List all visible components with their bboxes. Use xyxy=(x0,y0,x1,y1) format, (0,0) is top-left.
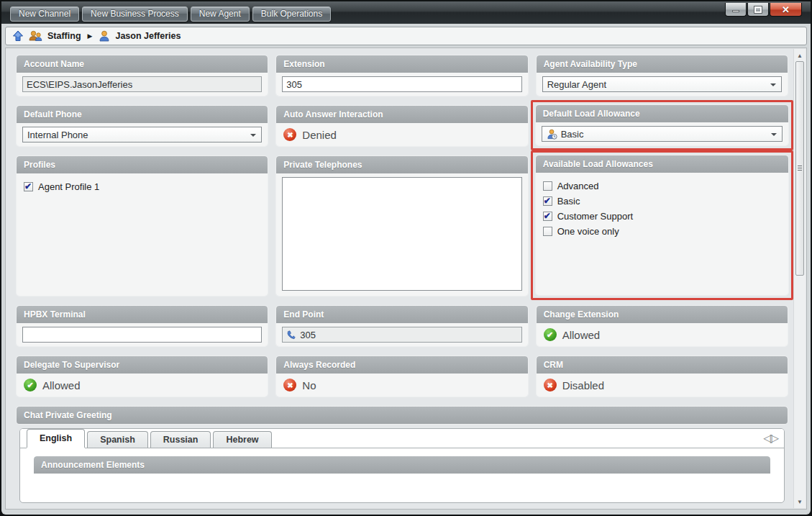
panel-default-phone: Default Phone Internal Phone xyxy=(17,106,268,146)
panel-title: Default Phone xyxy=(17,106,268,123)
panel-title: End Point xyxy=(276,306,527,323)
denied-icon xyxy=(283,128,296,141)
checkbox-label: Customer Support xyxy=(557,211,634,222)
end-point-input[interactable]: 305 xyxy=(282,327,521,343)
breadcrumb: Staffing ▶ Jason Jefferies xyxy=(5,27,807,45)
chat-private-greeting-section: Chat Private Greeting English Spanish Ru… xyxy=(17,407,788,503)
scroll-down-icon[interactable]: ▼ xyxy=(794,497,806,507)
panel-default-load-allowance: Default Load Allowance xyxy=(536,105,788,145)
end-point-value: 305 xyxy=(300,330,316,340)
maximize-button[interactable] xyxy=(747,3,769,17)
form-scroll-area: Account Name ECS\EIPS.JasonJefferies Ext… xyxy=(5,47,807,510)
allowed-icon xyxy=(24,379,37,391)
title-bar: New Channel New Business Process New Age… xyxy=(1,1,811,24)
close-button[interactable]: ✕ xyxy=(770,3,802,17)
scroll-up-icon[interactable]: ▲ xyxy=(794,50,806,60)
home-up-icon[interactable] xyxy=(12,30,24,42)
panel-title: Change Extension xyxy=(537,306,788,323)
minimize-icon xyxy=(732,10,739,12)
private-telephones-textarea[interactable] xyxy=(282,177,521,291)
panel-end-point: End Point 305 xyxy=(276,306,527,346)
breadcrumb-separator-icon: ▶ xyxy=(86,32,94,40)
change-extension-status: Allowed xyxy=(562,329,601,341)
breadcrumb-item-agent[interactable]: Jason Jefferies xyxy=(115,31,181,41)
auto-answer-status: Denied xyxy=(302,129,337,141)
window-controls: ✕ xyxy=(724,3,802,17)
allowance-checkbox-row: One voice only xyxy=(543,226,781,237)
panel-title: Auto Answer Interaction xyxy=(276,106,527,123)
crm-status: Disabled xyxy=(562,379,604,391)
panel-profiles: Profiles Agent Profile 1 xyxy=(17,156,268,296)
panel-title: Agent Availability Type xyxy=(537,55,788,73)
default-phone-select[interactable]: Internal Phone xyxy=(22,127,262,142)
app-window: New Channel New Business Process New Age… xyxy=(0,0,812,516)
panel-extension: Extension 305 xyxy=(276,55,527,96)
tab-spanish[interactable]: Spanish xyxy=(87,431,148,448)
disabled-icon xyxy=(544,379,557,391)
chevron-down-icon xyxy=(250,134,256,137)
allowance-checkbox-row: Basic xyxy=(543,196,781,207)
panel-announcement-elements: Announcement Elements xyxy=(34,456,770,498)
panel-title: Delegate To Supervisor xyxy=(17,356,268,374)
allowance-checkbox-row: Advanced xyxy=(543,181,781,191)
new-channel-button[interactable]: New Channel xyxy=(10,6,79,22)
panel-change-extension: Change Extension Allowed xyxy=(537,306,788,346)
panel-agent-availability-type: Agent Availability Type Regular Agent xyxy=(537,55,788,96)
tab-hebrew[interactable]: Hebrew xyxy=(213,431,271,448)
panel-title: Default Load Allowance xyxy=(536,105,788,122)
chevron-down-icon xyxy=(770,83,776,86)
window-frame: Staffing ▶ Jason Jefferies Account Name … xyxy=(1,24,811,515)
one-voice-only-checkbox[interactable] xyxy=(543,227,552,236)
greeting-tab-content: Announcement Elements xyxy=(20,448,784,498)
selected-value: Regular Agent xyxy=(547,79,606,90)
red-highlight-default-load-allowance: Default Load Allowance xyxy=(531,100,793,150)
highlight-cell: Default Load Allowance xyxy=(537,106,788,146)
new-agent-button[interactable]: New Agent xyxy=(191,6,250,22)
allowed-icon xyxy=(544,328,557,341)
customer-support-checkbox[interactable] xyxy=(543,212,552,221)
profile-checkbox-row: Agent Profile 1 xyxy=(24,181,260,192)
panel-title: Available Load Allowances xyxy=(536,155,788,173)
extension-input[interactable]: 305 xyxy=(282,76,521,92)
panel-title: Private Telephones xyxy=(276,156,527,173)
panel-delegate-to-supervisor: Delegate To Supervisor Allowed xyxy=(17,356,268,397)
bulk-operations-button[interactable]: Bulk Operations xyxy=(252,6,331,22)
panel-account-name: Account Name ECS\EIPS.JasonJefferies xyxy=(17,55,268,96)
tab-english[interactable]: English xyxy=(27,429,85,448)
agent-availability-type-select[interactable]: Regular Agent xyxy=(542,76,782,92)
new-business-process-button[interactable]: New Business Process xyxy=(82,6,188,22)
allowance-checkbox-row: Customer Support xyxy=(543,211,781,222)
agent-person-icon xyxy=(99,30,110,42)
selected-value: Basic xyxy=(561,129,584,140)
tab-russian[interactable]: Russian xyxy=(150,431,211,448)
advanced-checkbox[interactable] xyxy=(543,181,552,191)
panel-private-telephones: Private Telephones xyxy=(276,156,527,296)
phone-icon xyxy=(286,330,296,340)
minimize-button[interactable] xyxy=(725,3,747,17)
panel-crm: CRM Disabled xyxy=(537,356,788,397)
checkbox-label: Agent Profile 1 xyxy=(38,181,99,192)
breadcrumb-item-staffing[interactable]: Staffing xyxy=(47,31,81,41)
panel-title: Always Recorded xyxy=(276,356,527,374)
default-load-allowance-select[interactable]: Basic xyxy=(542,126,783,142)
panel-title: Profiles xyxy=(17,156,268,173)
red-highlight-available-load-allowances: Available Load Allowances Advanced Basic xyxy=(531,150,793,300)
delegate-status: Allowed xyxy=(42,379,81,391)
agent-profile-1-checkbox[interactable] xyxy=(24,182,33,191)
highlight-cell: Available Load Allowances Advanced Basic xyxy=(537,156,788,296)
hpbx-terminal-input[interactable] xyxy=(22,327,262,343)
scrollbar-grip-icon xyxy=(798,166,802,171)
scrollbar-thumb[interactable] xyxy=(795,61,804,276)
panel-title: Chat Private Greeting xyxy=(17,407,788,424)
agent-clock-icon xyxy=(547,129,557,140)
checkbox-label: Advanced xyxy=(557,181,599,191)
greeting-tabstrip: English Spanish Russian Hebrew ◁▷ xyxy=(20,429,784,448)
staffing-group-icon xyxy=(29,30,42,42)
account-name-input[interactable]: ECS\EIPS.JasonJefferies xyxy=(22,76,262,92)
vertical-scrollbar[interactable]: ▲ ▼ xyxy=(793,49,806,508)
panel-available-load-allowances: Available Load Allowances Advanced Basic xyxy=(536,155,788,295)
basic-checkbox[interactable] xyxy=(543,196,552,206)
tab-scroll-arrows-icon[interactable]: ◁▷ xyxy=(763,431,777,445)
panel-title: Extension xyxy=(276,55,527,73)
panel-title: CRM xyxy=(537,356,788,374)
